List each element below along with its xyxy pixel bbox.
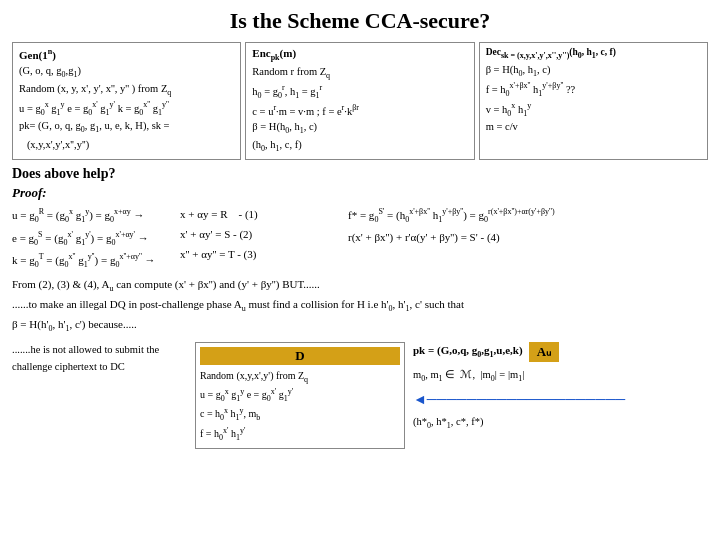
d-line4: f = h0x' h1y' xyxy=(200,425,400,444)
does-above-help: Does above help? xyxy=(12,166,708,182)
m-line: m0, m1 ∈ ℳ, |m0| = |m1| xyxy=(413,366,708,386)
dec-line2: f = h0x'+βx'' h1y'+βy'' ?? xyxy=(486,80,701,100)
enc-box: Encpk(m) Random r from Zq h0 = g0r, h1 =… xyxy=(245,42,474,160)
bottom-left: .......he is not allowed to submit the c… xyxy=(12,342,187,449)
from-lines: From (2), (3) & (4), Au can compute (x' … xyxy=(12,276,708,336)
blue-arrow-icon: ◄──────────────────── xyxy=(413,388,625,412)
proof-label: Proof: xyxy=(12,185,708,201)
dec-line4: m = c/v xyxy=(486,119,701,135)
from-text: From (2), (3) & (4), Au can compute (x' … xyxy=(12,276,708,296)
proof-right-2: r(x' + βx'') + r'α(y' + βy'') = S' - (4) xyxy=(348,228,708,248)
enc-line3: c = ur·m = v·m ; f = er·kβr xyxy=(252,102,467,119)
proof-mid-3: x'' + αy'' = T - (3) xyxy=(180,245,340,265)
au-box: Aᵤ xyxy=(529,342,559,362)
illegal-text: ......to make an illegal DQ in post-chal… xyxy=(12,296,708,316)
dec-box: Decsk = (x,y,x',y',x'',y'')(h0, h1, c, f… xyxy=(479,42,708,160)
pk-au-row: pk = (G,o,q, g0,g1,u,e,k) Aᵤ xyxy=(413,342,708,362)
dec-title: Decsk = (x,y,x',y',x'',y'')(h0, h1, c, f… xyxy=(486,47,701,60)
top-boxes: Gen(1n) (G, o, q, g0,g1) Random (x, y, x… xyxy=(12,42,708,160)
blue-arrow-row: ◄──────────────────── xyxy=(413,388,708,412)
proof-left-2: e = g0S = (g0x' g1y') = g0x'+αy' → xyxy=(12,228,172,250)
d-line1: Random (x,y,x',y') from Zq xyxy=(200,368,400,386)
main-page: Is the Scheme CCA-secure? Gen(1n) (G, o,… xyxy=(0,0,720,540)
proof-mid-2: x' + αy' = S - (2) xyxy=(180,225,340,245)
pk-label: pk = (G,o,q, g0,g1,u,e,k) xyxy=(413,344,523,359)
enc-line1: Random r from Zq xyxy=(252,64,467,82)
d-label: D xyxy=(200,347,400,365)
dec-line1: β = H(h0, h1, c) xyxy=(486,62,701,80)
enc-line4: β = H(h0, h1, c) xyxy=(252,119,467,137)
proof-left-3: k = g0T = (g0x'' g1y'') = g0x''+αy'' → xyxy=(12,250,172,272)
enc-line2: h0 = g0r, h1 = g1r xyxy=(252,82,467,102)
gen-line4: pk= (G, o, q, g0, g1, u, e, k, H), sk = … xyxy=(19,118,234,152)
proof-left-1: u = g0R = (g0x g1y) = g0x+αy → xyxy=(12,205,172,227)
not-allowed-text: .......he is not allowed to submit the c… xyxy=(12,342,187,376)
bottom-section: .......he is not allowed to submit the c… xyxy=(12,342,708,449)
bottom-right: pk = (G,o,q, g0,g1,u,e,k) Aᵤ m0, m1 ∈ ℳ,… xyxy=(413,342,708,449)
gen-title: Gen(1n) xyxy=(19,47,234,61)
proof-right-col: f* = g0S' = (h0x'+βx'' h1y'+βy'') = g0r(… xyxy=(348,205,708,247)
page-title: Is the Scheme CCA-secure? xyxy=(12,8,708,34)
d-line2: u = g0x g1y e = g0x' g1y' xyxy=(200,386,400,405)
enc-line5: (h0, h1, c, f) xyxy=(252,137,467,155)
h-line: (h*0, h*1, c*, f*) xyxy=(413,413,708,433)
d-box: D Random (x,y,x',y') from Zq u = g0x g1y… xyxy=(195,342,405,449)
proof-mid-1: x + αy = R - (1) xyxy=(180,205,340,225)
gen-line3: u = g0x g1y e = g0x' g1y' k = g0x'' g1y'… xyxy=(19,99,234,119)
gen-box: Gen(1n) (G, o, q, g0,g1) Random (x, y, x… xyxy=(12,42,241,160)
d-line3: c = h0x h1y, mb xyxy=(200,405,400,424)
gen-line2: Random (x, y, x', y', x'', y'' ) from Zq xyxy=(19,81,234,99)
beta-text: β = H(h'0, h'1, c') because..... xyxy=(12,316,708,336)
proof-left-col: u = g0R = (g0x g1y) = g0x+αy → e = g0S =… xyxy=(12,205,172,272)
proof-right-1: f* = g0S' = (h0x'+βx'' h1y'+βy'') = g0r(… xyxy=(348,205,708,227)
enc-title: Encpk(m) xyxy=(252,47,467,62)
dec-line3: v = h0x h1y xyxy=(486,100,701,120)
gen-line1: (G, o, q, g0,g1) xyxy=(19,63,234,81)
proof-lines-container: u = g0R = (g0x g1y) = g0x+αy → e = g0S =… xyxy=(12,205,708,272)
right-content: m0, m1 ∈ ℳ, |m0| = |m1| ◄───────────────… xyxy=(413,366,708,433)
proof-middle-col: x + αy = R - (1) x' + αy' = S - (2) x'' … xyxy=(180,205,340,264)
